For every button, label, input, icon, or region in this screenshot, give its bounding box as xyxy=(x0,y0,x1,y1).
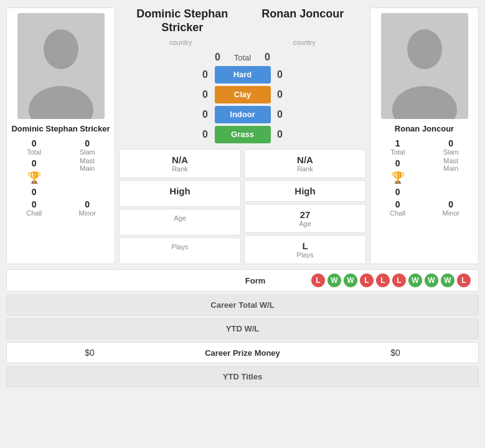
prize-row: $0 Career Prize Money $0 xyxy=(6,342,479,363)
left-stat-total: 0 Total xyxy=(11,138,58,156)
right-plays-label: Plays xyxy=(247,251,363,259)
left-plays-box: Plays xyxy=(119,237,241,264)
right-stat-minor: 0 Minor xyxy=(428,199,475,217)
left-age-box: Age xyxy=(119,209,241,236)
badge-1: W xyxy=(327,274,341,287)
form-row: Form L W W L L L W W W L xyxy=(6,269,479,292)
svg-point-1 xyxy=(44,29,78,69)
left-stat-chall: 0 Chall xyxy=(11,199,58,217)
badge-7: W xyxy=(425,274,438,287)
indoor-right: 0 xyxy=(271,109,290,120)
ytd-titles-row: YTD Titles xyxy=(6,366,479,387)
left-rank-box: N/A Rank xyxy=(119,149,241,178)
indoor-left: 0 xyxy=(196,109,215,120)
hard-btn: Hard xyxy=(215,66,271,83)
badge-9: L xyxy=(457,274,471,287)
left-player-card: Dominic Stephan Stricker 0 Total 0 Slam … xyxy=(6,7,115,264)
career-wl-row: Career Total W/L xyxy=(6,295,479,315)
hard-left: 0 xyxy=(196,69,215,80)
indoor-row: 0 Indoor 0 xyxy=(119,106,366,123)
svg-point-4 xyxy=(407,29,442,69)
grass-right: 0 xyxy=(271,129,290,140)
badge-2: W xyxy=(344,274,357,287)
right-high-value: High xyxy=(247,186,363,196)
left-stat-mast-label: Mast Main xyxy=(64,157,111,198)
main-container: Dominic Stephan Stricker 0 Total 0 Slam … xyxy=(0,0,485,387)
badge-0: L xyxy=(311,274,325,287)
badge-5: L xyxy=(392,274,406,287)
trophy-icon-left: 🏆 xyxy=(27,172,41,183)
surface-rows: 0 Hard 0 0 Clay 0 0 Indoor 0 0 Grass xyxy=(119,66,366,143)
form-badges: L W W L L L W W W L xyxy=(311,274,471,287)
career-wl-label: Career Total W/L xyxy=(210,300,274,310)
center-panel: Dominic Stephan Stricker Ronan Joncour c… xyxy=(119,7,366,264)
right-prize: $0 xyxy=(320,348,471,358)
left-rank-label: Rank xyxy=(122,165,238,173)
clay-left: 0 xyxy=(196,89,215,100)
right-stat-mast-label: Mast Main xyxy=(428,157,475,198)
center-right-name: Ronan Joncour xyxy=(248,7,357,21)
form-label: Form xyxy=(199,276,311,285)
right-player-card: Ronan Joncour 1 Total 0 Slam 0 🏆 0 Mast xyxy=(370,7,479,264)
badge-3: L xyxy=(360,274,374,287)
left-prize: $0 xyxy=(14,348,165,358)
hard-row: 0 Hard 0 xyxy=(119,66,366,83)
right-stat-chall: 0 Chall xyxy=(374,199,421,217)
left-stat-minor: 0 Minor xyxy=(64,199,111,217)
right-stat-total: 1 Total xyxy=(374,138,421,156)
right-stat-slam: 0 Slam xyxy=(428,138,475,156)
left-rank-value: N/A xyxy=(122,155,238,165)
left-country: country xyxy=(169,39,192,46)
left-stats-grid: 0 Total 0 Slam 0 🏆 0 Mast Main xyxy=(11,138,111,217)
right-stat-mast: 0 🏆 0 xyxy=(374,158,421,197)
center-left-name: Dominic Stephan Stricker xyxy=(128,7,237,34)
left-player-avatar xyxy=(17,13,105,119)
clay-right: 0 xyxy=(271,89,290,100)
grass-row: 0 Grass 0 xyxy=(119,126,366,143)
grass-left: 0 xyxy=(196,129,215,140)
hard-right: 0 xyxy=(271,69,290,80)
right-plays-value: L xyxy=(247,241,363,251)
right-player-avatar xyxy=(381,13,468,119)
right-rank-value: N/A xyxy=(247,155,363,165)
right-stats-grid: 1 Total 0 Slam 0 🏆 0 Mast Main xyxy=(374,138,474,217)
badge-6: W xyxy=(408,274,422,287)
left-high-value: High xyxy=(122,186,238,196)
right-player-name: Ronan Joncour xyxy=(395,124,454,133)
badge-8: W xyxy=(441,274,454,287)
right-country: country xyxy=(293,39,316,46)
left-age-label: Age xyxy=(122,214,238,222)
right-age-label: Age xyxy=(247,220,363,227)
players-row: Dominic Stephan Stricker 0 Total 0 Slam … xyxy=(0,0,485,269)
ytd-titles-label: YTD Titles xyxy=(223,372,262,381)
clay-row: 0 Clay 0 xyxy=(119,86,366,103)
center-names: Dominic Stephan Stricker Ronan Joncour xyxy=(119,7,366,34)
left-plays-label: Plays xyxy=(122,243,238,250)
left-stat-mast: 0 🏆 0 xyxy=(11,158,58,197)
right-plays-box: L Plays xyxy=(244,235,366,264)
badge-4: L xyxy=(376,274,390,287)
ytd-wl-row: YTD W/L xyxy=(6,318,479,339)
career-prize-label: Career Prize Money xyxy=(165,348,320,358)
indoor-btn: Indoor xyxy=(215,106,271,123)
left-total-score: 0 xyxy=(209,52,227,63)
clay-btn: Clay xyxy=(215,86,271,103)
left-stat-slam: 0 Slam xyxy=(64,138,111,156)
right-high-box: High xyxy=(244,180,366,202)
bottom-section: Form L W W L L L W W W L Career Total W/… xyxy=(0,269,485,387)
trophy-icon-right: 🏆 xyxy=(391,172,405,183)
total-label: Total xyxy=(227,53,258,62)
total-score-row: 0 Total 0 xyxy=(119,52,366,63)
right-age-value: 27 xyxy=(247,209,363,220)
left-player-name: Dominic Stephan Stricker xyxy=(11,124,110,133)
left-high-box: High xyxy=(119,180,241,207)
grass-btn: Grass xyxy=(215,126,271,143)
right-rank-label: Rank xyxy=(247,165,363,173)
ytd-wl-label: YTD W/L xyxy=(226,324,259,333)
right-age-box: 27 Age xyxy=(244,204,366,233)
right-rank-box: N/A Rank xyxy=(244,149,366,178)
right-total-score: 0 xyxy=(258,52,277,63)
